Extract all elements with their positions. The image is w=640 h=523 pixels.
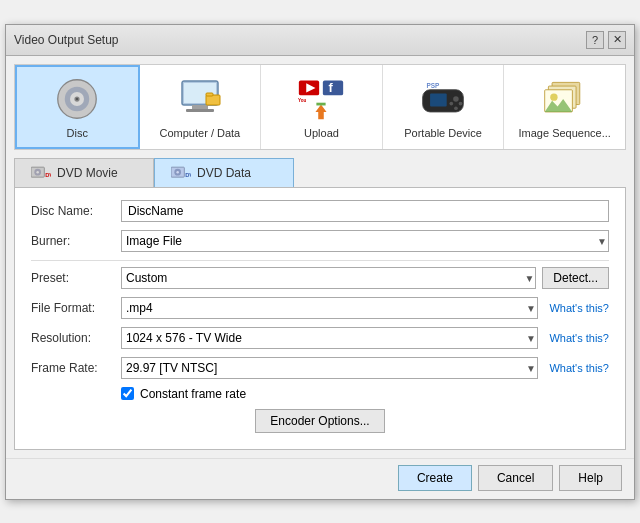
disc-name-label: Disc Name: [31,204,121,218]
file-format-select-wrap: .mp4 ▼ [121,297,538,319]
frame-rate-select[interactable]: 29.97 [TV NTSC] [121,357,538,379]
tab-dvd-movie[interactable]: DVD DVD Movie [14,158,154,187]
svg-text:PSP: PSP [426,81,440,88]
disc-icon [53,75,101,123]
svg-rect-19 [430,93,447,106]
tab-dvd-movie-label: DVD Movie [57,166,118,180]
svg-point-20 [453,96,459,102]
burner-select-wrap: Image File ▼ [121,230,609,252]
help-button[interactable]: Help [559,465,622,491]
category-upload-label: Upload [304,127,339,139]
svg-marker-16 [316,104,327,119]
svg-point-36 [176,170,179,173]
resolution-row: Resolution: 1024 x 576 - TV Wide ▼ What'… [31,327,609,349]
file-format-row: File Format: .mp4 ▼ What's this? [31,297,609,319]
category-disc-label: Disc [67,127,88,139]
tab-dvd-data[interactable]: DVD DVD Data [154,158,294,187]
constant-frame-checkbox[interactable] [121,387,134,400]
preset-select-wrap: Custom ▼ [121,267,536,289]
frame-rate-label: Frame Rate: [31,361,121,375]
frame-rate-select-wrap: 29.97 [TV NTSC] ▼ [121,357,538,379]
category-imageseq[interactable]: Image Sequence... [504,65,625,149]
svg-point-32 [36,170,39,173]
disc-name-row: Disc Name: [31,200,609,222]
computer-icon [176,75,224,123]
frame-rate-row: Frame Rate: 29.97 [TV NTSC] ▼ What's thi… [31,357,609,379]
svg-rect-14 [323,80,343,95]
file-format-select[interactable]: .mp4 [121,297,538,319]
burner-row: Burner: Image File ▼ [31,230,609,252]
burner-control: Image File ▼ [121,230,609,252]
close-title-btn[interactable]: ✕ [608,31,626,49]
disc-name-input[interactable] [121,200,609,222]
resolution-label: Resolution: [31,331,121,345]
svg-text:DVD: DVD [45,172,51,178]
detect-button[interactable]: Detect... [542,267,609,289]
category-bar: Disc Computer / Data [14,64,626,150]
resolution-control: 1024 x 576 - TV Wide ▼ What's this? [121,327,609,349]
button-bar: Create Cancel Help [6,458,634,499]
constant-frame-label: Constant frame rate [140,387,246,401]
constant-frame-row: Constant frame rate [121,387,609,401]
file-format-label: File Format: [31,301,121,315]
upload-icon: You f [297,75,345,123]
resolution-select[interactable]: 1024 x 576 - TV Wide [121,327,538,349]
svg-point-4 [76,97,79,100]
svg-point-23 [454,106,458,110]
svg-text:DVD: DVD [185,172,191,178]
disc-name-control [121,200,609,222]
svg-text:You: You [298,97,307,102]
dvd-movie-icon: DVD [31,165,51,181]
svg-rect-8 [186,109,214,112]
preset-select[interactable]: Custom [121,267,536,289]
frame-rate-whats-link[interactable]: What's this? [544,362,609,374]
category-computer-label: Computer / Data [160,127,241,139]
category-portable[interactable]: PSP Portable Device [383,65,505,149]
encoder-options-button[interactable]: Encoder Options... [255,409,384,433]
svg-rect-10 [206,93,213,96]
tab-dvd-data-label: DVD Data [197,166,251,180]
separator-1 [31,260,609,261]
dialog: Video Output Setup ? ✕ Disc [5,24,635,500]
dvd-data-icon: DVD [171,165,191,181]
content-area: Disc Name: Burner: Image File ▼ Preset: [14,187,626,450]
svg-point-22 [459,101,463,105]
category-upload[interactable]: You f Upload [261,65,383,149]
category-portable-label: Portable Device [404,127,482,139]
burner-label: Burner: [31,234,121,248]
svg-point-21 [450,101,454,105]
preset-control: Custom ▼ Detect... [121,267,609,289]
file-format-whats-link[interactable]: What's this? [544,302,609,314]
svg-point-28 [550,93,557,100]
resolution-whats-link[interactable]: What's this? [544,332,609,344]
tab-row: DVD DVD Movie DVD DVD Data [14,158,626,187]
help-title-btn[interactable]: ? [586,31,604,49]
svg-rect-7 [192,105,208,109]
preset-row: Preset: Custom ▼ Detect... [31,267,609,289]
preset-label: Preset: [31,271,121,285]
resolution-select-wrap: 1024 x 576 - TV Wide ▼ [121,327,538,349]
create-button[interactable]: Create [398,465,472,491]
svg-text:f: f [329,79,334,94]
portable-icon: PSP [419,75,467,123]
svg-rect-17 [317,102,326,105]
file-format-control: .mp4 ▼ What's this? [121,297,609,319]
cancel-button[interactable]: Cancel [478,465,553,491]
frame-rate-control: 29.97 [TV NTSC] ▼ What's this? [121,357,609,379]
category-disc[interactable]: Disc [15,65,140,149]
category-imageseq-label: Image Sequence... [519,127,611,139]
dialog-title: Video Output Setup [14,33,119,47]
encoder-options-row: Encoder Options... [31,409,609,433]
category-computer[interactable]: Computer / Data [140,65,262,149]
title-bar: Video Output Setup ? ✕ [6,25,634,56]
title-bar-buttons: ? ✕ [586,31,626,49]
imageseq-icon [541,75,589,123]
burner-select[interactable]: Image File [121,230,609,252]
